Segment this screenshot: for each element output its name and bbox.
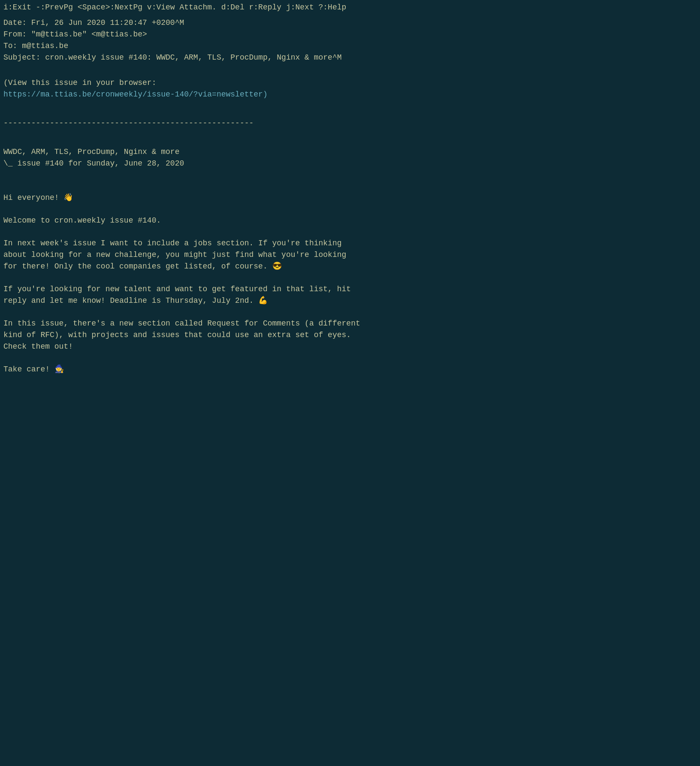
to-line: To: m@ttias.be <box>3 40 697 52</box>
from-line: From: "m@ttias.be" <m@ttias.be> <box>3 29 697 40</box>
spacer-7 <box>3 226 697 238</box>
para3-line3: Check them out! <box>3 341 697 353</box>
para1-line2: about looking for a new challenge, you m… <box>3 249 697 261</box>
email-content: Date: Fri, 26 Jun 2020 11:20:47 +0200^M … <box>0 15 700 378</box>
spacer-5 <box>3 181 697 192</box>
view-browser-url[interactable]: https://ma.ttias.be/cronweekly/issue-140… <box>3 89 697 100</box>
para1-line1: In next week's issue I want to include a… <box>3 238 697 249</box>
email-header: Date: Fri, 26 Jun 2020 11:20:47 +0200^M … <box>3 17 697 63</box>
spacer-9 <box>3 307 697 318</box>
welcome-text: Welcome to cron.weekly issue #140. <box>3 215 697 226</box>
date-line: Date: Fri, 26 Jun 2020 11:20:47 +0200^M <box>3 17 697 29</box>
para2-line1: If you're looking for new talent and wan… <box>3 283 697 295</box>
spacer-8 <box>3 272 697 283</box>
newsletter-title-line1: WWDC, ARM, TLS, ProcDump, Nginx & more <box>3 146 697 158</box>
para1-line3: for there! Only the cool companies get l… <box>3 261 697 272</box>
newsletter-title-line2: \_ issue #140 for Sunday, June 28, 2020 <box>3 158 697 169</box>
spacer-3 <box>3 135 697 146</box>
para3-line1: In this issue, there's a new section cal… <box>3 318 697 329</box>
closing-text: Take care! 🧙 <box>3 364 697 375</box>
toolbar: i:Exit -:PrevPg <Space>:NextPg v:View At… <box>0 0 700 15</box>
toolbar-text: i:Exit -:PrevPg <Space>:NextPg v:View At… <box>3 3 346 12</box>
spacer-10 <box>3 353 697 364</box>
greeting-text: Hi everyone! 👋 <box>3 192 697 204</box>
subject-line: Subject: cron.weekly issue #140: WWDC, A… <box>3 52 697 63</box>
para3-line2: kind of RFC), with projects and issues t… <box>3 329 697 341</box>
divider: ----------------------------------------… <box>3 118 697 129</box>
para2-line2: reply and let me know! Deadline is Thurs… <box>3 295 697 307</box>
spacer-6 <box>3 204 697 215</box>
spacer-1 <box>3 66 697 77</box>
spacer-2 <box>3 100 697 112</box>
spacer-4 <box>3 169 697 181</box>
view-browser-label: (View this issue in your browser: <box>3 77 697 89</box>
